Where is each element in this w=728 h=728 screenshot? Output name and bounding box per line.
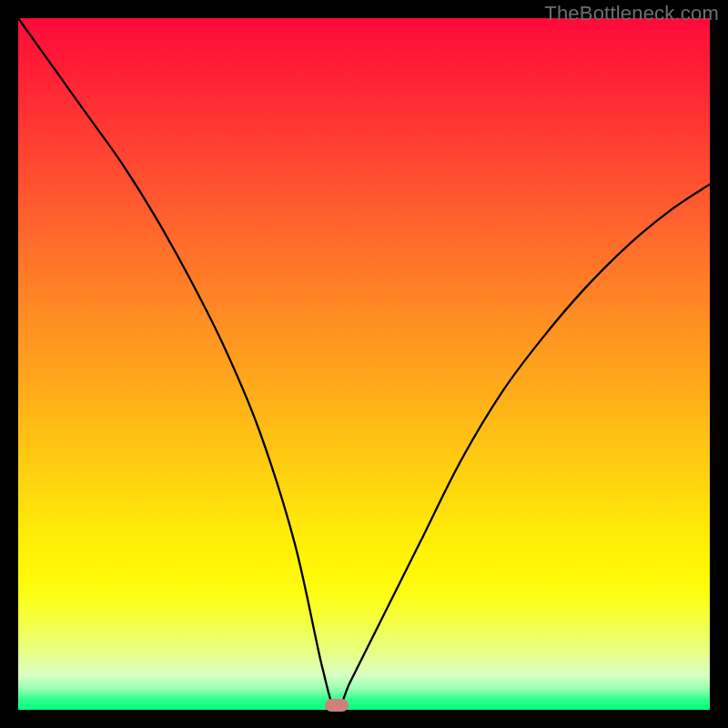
minimum-marker — [325, 699, 349, 712]
plot-area — [18, 18, 710, 710]
bottleneck-chart: TheBottleneck.com — [0, 0, 728, 728]
bottleneck-curve-path — [18, 18, 710, 710]
watermark-text: TheBottleneck.com — [544, 2, 719, 25]
curve-svg — [18, 18, 710, 710]
